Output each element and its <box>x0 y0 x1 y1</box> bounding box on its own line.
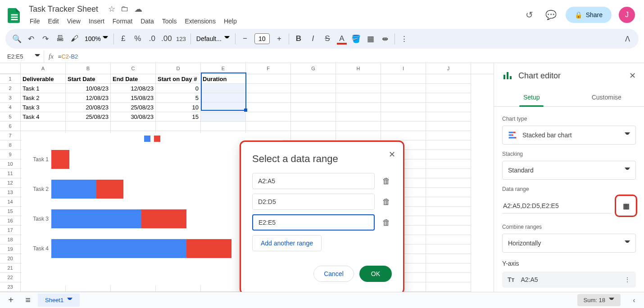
cell[interactable] <box>381 93 426 103</box>
print-icon[interactable]: 🖶 <box>53 32 67 45</box>
cloud-status-icon[interactable]: ☁ <box>134 4 142 14</box>
cell[interactable] <box>426 254 471 263</box>
menu-tools[interactable]: Tools <box>159 16 181 27</box>
sheets-logo[interactable] <box>5 6 23 24</box>
cell[interactable] <box>381 74 426 84</box>
cell[interactable] <box>426 188 471 197</box>
delete-range-icon[interactable]: 🗑 <box>381 218 392 227</box>
cell[interactable]: 10/08/23 <box>66 84 111 93</box>
stacking-select[interactable]: Standard <box>502 161 636 180</box>
row-header-18[interactable]: 18 <box>0 235 21 245</box>
cell[interactable] <box>381 84 426 93</box>
cell[interactable] <box>291 112 336 122</box>
history-icon[interactable]: ↺ <box>522 8 537 22</box>
col-header-A[interactable]: A <box>21 63 66 74</box>
zoom-select[interactable]: 100% <box>82 35 111 42</box>
col-header-F[interactable]: F <box>246 63 291 74</box>
cell[interactable] <box>426 207 471 216</box>
cell[interactable] <box>156 122 201 131</box>
sheet-tab-sheet1[interactable]: Sheet1 <box>38 294 80 307</box>
col-header-C[interactable]: C <box>111 63 156 74</box>
delete-range-icon[interactable]: 🗑 <box>381 197 392 207</box>
more-toolbar-icon[interactable]: ⋮ <box>398 32 411 45</box>
percent-icon[interactable]: % <box>131 32 145 45</box>
col-header-G[interactable]: G <box>291 63 336 74</box>
cell[interactable]: 20/08/23 <box>66 103 111 112</box>
cell[interactable] <box>201 93 246 103</box>
bold-icon[interactable]: B <box>292 32 305 45</box>
cell[interactable]: End Date <box>111 74 156 84</box>
cell[interactable] <box>336 84 381 93</box>
row-header-14[interactable]: 14 <box>0 197 21 207</box>
col-header-H[interactable]: H <box>336 63 381 74</box>
cell[interactable] <box>336 112 381 122</box>
cell[interactable]: Start Date <box>66 74 111 84</box>
combine-ranges-select[interactable]: Horizontally <box>502 234 636 253</box>
cell[interactable] <box>426 245 471 254</box>
cell[interactable] <box>426 150 471 159</box>
close-icon[interactable]: ✕ <box>629 71 636 81</box>
cell[interactable] <box>291 103 336 112</box>
add-sheet-icon[interactable]: + <box>4 293 18 308</box>
chart-type-select[interactable]: Stacked bar chart <box>502 126 636 145</box>
col-header-I[interactable]: I <box>381 63 426 74</box>
y-axis-chip[interactable]: Tт A2:A5 ⋮ <box>502 272 636 288</box>
row-header-12[interactable]: 12 <box>0 178 21 188</box>
cell[interactable]: 5 <box>156 93 201 103</box>
cell[interactable] <box>426 131 471 140</box>
menu-file[interactable]: File <box>26 16 44 27</box>
row-header-2[interactable]: 2 <box>0 84 21 93</box>
undo-icon[interactable]: ↶ <box>24 32 38 45</box>
row-header-16[interactable]: 16 <box>0 216 21 226</box>
row-header-21[interactable]: 21 <box>0 263 21 273</box>
cell[interactable] <box>246 93 291 103</box>
spreadsheet-grid[interactable]: ABCDEFGHIJ 1DeliverableStart DateEnd Dat… <box>0 63 494 292</box>
select-all-corner[interactable] <box>0 63 21 74</box>
row-header-7[interactable]: 7 <box>0 131 21 140</box>
move-icon[interactable]: 🗀 <box>121 4 129 14</box>
paint-format-icon[interactable]: 🖌 <box>68 32 81 45</box>
cell[interactable]: Start on Day # <box>156 74 201 84</box>
cancel-button[interactable]: Cancel <box>313 266 354 282</box>
cell[interactable]: 10 <box>156 103 201 112</box>
currency-pound-icon[interactable]: £ <box>117 32 130 45</box>
cell[interactable]: 12/08/23 <box>66 93 111 103</box>
select-data-range-button[interactable]: ▦ <box>616 196 636 216</box>
cell[interactable] <box>426 93 471 103</box>
side-panel-toggle-icon[interactable]: ‹ <box>628 294 640 307</box>
font-size-input[interactable] <box>254 33 270 44</box>
data-range-value[interactable]: A2:A5,D2:D5,E2:E5 <box>502 199 612 213</box>
cell[interactable]: 25/08/23 <box>66 112 111 122</box>
cell[interactable] <box>201 112 246 122</box>
name-box[interactable]: E2:E5 <box>4 50 44 63</box>
cell[interactable] <box>336 103 381 112</box>
row-header-17[interactable]: 17 <box>0 226 21 235</box>
cell[interactable] <box>246 84 291 93</box>
cell[interactable] <box>426 74 471 84</box>
row-header-20[interactable]: 20 <box>0 254 21 263</box>
cell[interactable]: 0 <box>156 84 201 93</box>
row-header-23[interactable]: 23 <box>0 282 21 292</box>
decrease-decimal-icon[interactable]: .0 <box>145 32 159 45</box>
cell[interactable]: Task 4 <box>21 112 66 122</box>
cell[interactable] <box>291 93 336 103</box>
cell[interactable] <box>381 131 426 140</box>
cell[interactable] <box>381 112 426 122</box>
cell[interactable] <box>336 122 381 131</box>
row-header-19[interactable]: 19 <box>0 245 21 254</box>
increase-font-icon[interactable]: + <box>272 32 286 45</box>
share-button[interactable]: 🔒 Share <box>566 7 612 23</box>
cell[interactable] <box>336 93 381 103</box>
cell[interactable] <box>246 112 291 122</box>
cell[interactable] <box>426 263 471 273</box>
avatar[interactable]: J <box>619 7 635 23</box>
cell[interactable] <box>66 122 111 131</box>
cell[interactable]: 25/08/23 <box>111 103 156 112</box>
row-header-5[interactable]: 5 <box>0 112 21 122</box>
cell[interactable] <box>291 122 336 131</box>
range-input-0[interactable] <box>252 173 375 189</box>
cell[interactable] <box>426 197 471 207</box>
merge-cells-icon[interactable]: ⇼ <box>378 32 392 45</box>
menu-extensions[interactable]: Extensions <box>181 16 219 27</box>
cell[interactable] <box>426 226 471 235</box>
